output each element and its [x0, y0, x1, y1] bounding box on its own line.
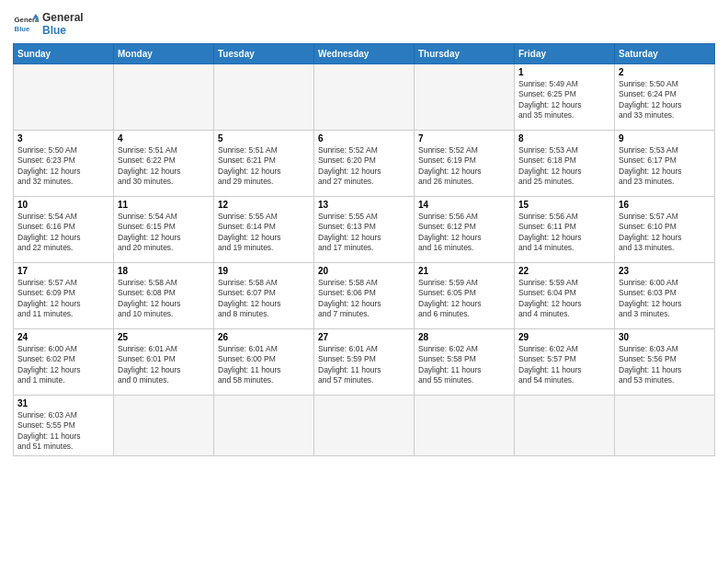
day-cell: [415, 63, 515, 130]
day-cell: 23Sunrise: 6:00 AM Sunset: 6:03 PM Dayli…: [615, 262, 715, 328]
day-cell: 10Sunrise: 5:54 AM Sunset: 6:16 PM Dayli…: [14, 196, 114, 262]
day-number: 4: [118, 133, 210, 144]
day-info: Sunrise: 5:58 AM Sunset: 6:08 PM Dayligh…: [118, 278, 210, 320]
day-cell: 1Sunrise: 5:49 AM Sunset: 6:25 PM Daylig…: [515, 63, 615, 130]
calendar-table: SundayMondayTuesdayWednesdayThursdayFrid…: [13, 43, 715, 456]
day-number: 2: [619, 67, 711, 77]
day-number: 5: [218, 133, 310, 144]
day-cell: [114, 395, 214, 455]
day-info: Sunrise: 6:03 AM Sunset: 5:56 PM Dayligh…: [619, 344, 711, 386]
day-info: Sunrise: 5:50 AM Sunset: 6:24 PM Dayligh…: [619, 79, 711, 121]
day-cell: 4Sunrise: 5:51 AM Sunset: 6:22 PM Daylig…: [114, 130, 214, 196]
day-number: 3: [17, 133, 109, 144]
day-cell: 27Sunrise: 6:01 AM Sunset: 5:59 PM Dayli…: [314, 328, 415, 395]
day-number: 16: [619, 200, 711, 210]
day-info: Sunrise: 6:00 AM Sunset: 6:03 PM Dayligh…: [619, 278, 711, 320]
day-cell: 24Sunrise: 6:00 AM Sunset: 6:02 PM Dayli…: [14, 328, 114, 395]
day-cell: 6Sunrise: 5:52 AM Sunset: 6:20 PM Daylig…: [314, 130, 415, 196]
day-cell: 8Sunrise: 5:53 AM Sunset: 6:18 PM Daylig…: [515, 130, 615, 196]
day-info: Sunrise: 6:00 AM Sunset: 6:02 PM Dayligh…: [17, 344, 109, 386]
day-number: 6: [318, 133, 410, 144]
day-info: Sunrise: 5:54 AM Sunset: 6:16 PM Dayligh…: [17, 212, 109, 254]
day-info: Sunrise: 5:58 AM Sunset: 6:07 PM Dayligh…: [218, 278, 310, 320]
day-cell: 11Sunrise: 5:54 AM Sunset: 6:15 PM Dayli…: [114, 196, 214, 262]
day-cell: 26Sunrise: 6:01 AM Sunset: 6:00 PM Dayli…: [214, 328, 314, 395]
day-info: Sunrise: 5:51 AM Sunset: 6:22 PM Dayligh…: [118, 145, 210, 188]
day-number: 27: [318, 332, 410, 342]
day-cell: 12Sunrise: 5:55 AM Sunset: 6:14 PM Dayli…: [214, 196, 314, 262]
week-row-3: 10Sunrise: 5:54 AM Sunset: 6:16 PM Dayli…: [14, 196, 715, 262]
day-number: 22: [518, 266, 610, 276]
day-cell: 18Sunrise: 5:58 AM Sunset: 6:08 PM Dayli…: [114, 262, 214, 328]
day-number: 7: [418, 133, 510, 144]
day-cell: [314, 63, 415, 130]
svg-text:Blue: Blue: [15, 25, 31, 33]
day-number: 9: [619, 133, 711, 144]
day-cell: 30Sunrise: 6:03 AM Sunset: 5:56 PM Dayli…: [615, 328, 715, 395]
week-row-4: 17Sunrise: 5:57 AM Sunset: 6:09 PM Dayli…: [14, 262, 715, 328]
day-info: Sunrise: 5:53 AM Sunset: 6:17 PM Dayligh…: [619, 145, 711, 188]
day-info: Sunrise: 6:01 AM Sunset: 6:00 PM Dayligh…: [218, 344, 310, 386]
header: General Blue General Blue: [13, 11, 715, 38]
weekday-wednesday: Wednesday: [314, 43, 415, 63]
day-cell: 7Sunrise: 5:52 AM Sunset: 6:19 PM Daylig…: [415, 130, 515, 196]
day-number: 1: [518, 67, 610, 77]
day-cell: 22Sunrise: 5:59 AM Sunset: 6:04 PM Dayli…: [515, 262, 615, 328]
day-info: Sunrise: 5:50 AM Sunset: 6:23 PM Dayligh…: [17, 145, 109, 188]
day-cell: 17Sunrise: 5:57 AM Sunset: 6:09 PM Dayli…: [14, 262, 114, 328]
day-cell: 3Sunrise: 5:50 AM Sunset: 6:23 PM Daylig…: [14, 130, 114, 196]
day-info: Sunrise: 5:59 AM Sunset: 6:04 PM Dayligh…: [518, 278, 610, 320]
day-info: Sunrise: 6:01 AM Sunset: 6:01 PM Dayligh…: [118, 344, 210, 386]
day-info: Sunrise: 5:55 AM Sunset: 6:13 PM Dayligh…: [318, 212, 410, 254]
day-number: 24: [17, 332, 109, 342]
day-cell: 25Sunrise: 6:01 AM Sunset: 6:01 PM Dayli…: [114, 328, 214, 395]
day-cell: 31Sunrise: 6:03 AM Sunset: 5:55 PM Dayli…: [14, 395, 114, 455]
day-number: 20: [318, 266, 410, 276]
day-number: 15: [518, 200, 610, 210]
day-number: 28: [418, 332, 510, 342]
day-cell: [415, 395, 515, 455]
day-cell: 20Sunrise: 5:58 AM Sunset: 6:06 PM Dayli…: [314, 262, 415, 328]
day-number: 26: [218, 332, 310, 342]
day-number: 25: [118, 332, 210, 342]
day-number: 19: [218, 266, 310, 276]
day-number: 21: [418, 266, 510, 276]
day-number: 8: [518, 133, 610, 144]
day-cell: [214, 395, 314, 455]
day-number: 18: [118, 266, 210, 276]
day-cell: 15Sunrise: 5:56 AM Sunset: 6:11 PM Dayli…: [515, 196, 615, 262]
day-info: Sunrise: 5:54 AM Sunset: 6:15 PM Dayligh…: [118, 212, 210, 254]
day-info: Sunrise: 5:52 AM Sunset: 6:20 PM Dayligh…: [318, 145, 410, 188]
day-cell: 19Sunrise: 5:58 AM Sunset: 6:07 PM Dayli…: [214, 262, 314, 328]
day-cell: 21Sunrise: 5:59 AM Sunset: 6:05 PM Dayli…: [415, 262, 515, 328]
weekday-friday: Friday: [515, 43, 615, 63]
week-row-5: 24Sunrise: 6:00 AM Sunset: 6:02 PM Dayli…: [14, 328, 715, 395]
day-number: 17: [17, 266, 109, 276]
day-info: Sunrise: 5:57 AM Sunset: 6:09 PM Dayligh…: [17, 278, 109, 320]
weekday-thursday: Thursday: [415, 43, 515, 63]
day-cell: 13Sunrise: 5:55 AM Sunset: 6:13 PM Dayli…: [314, 196, 415, 262]
day-number: 11: [118, 200, 210, 210]
day-info: Sunrise: 5:52 AM Sunset: 6:19 PM Dayligh…: [418, 145, 510, 188]
day-info: Sunrise: 5:59 AM Sunset: 6:05 PM Dayligh…: [418, 278, 510, 320]
calendar-page: General Blue General Blue SundayMondayTu…: [0, 0, 728, 563]
day-number: 23: [619, 266, 711, 276]
day-info: Sunrise: 6:02 AM Sunset: 5:57 PM Dayligh…: [518, 344, 610, 386]
day-info: Sunrise: 5:58 AM Sunset: 6:06 PM Dayligh…: [318, 278, 410, 320]
logo-general: General: [42, 11, 84, 24]
day-info: Sunrise: 5:49 AM Sunset: 6:25 PM Dayligh…: [518, 79, 610, 121]
weekday-saturday: Saturday: [615, 43, 715, 63]
week-row-2: 3Sunrise: 5:50 AM Sunset: 6:23 PM Daylig…: [14, 130, 715, 196]
day-cell: [615, 395, 715, 455]
day-info: Sunrise: 6:02 AM Sunset: 5:58 PM Dayligh…: [418, 344, 510, 386]
day-cell: [515, 395, 615, 455]
day-cell: [314, 395, 415, 455]
day-cell: 5Sunrise: 5:51 AM Sunset: 6:21 PM Daylig…: [214, 130, 314, 196]
day-cell: [14, 63, 114, 130]
day-cell: 29Sunrise: 6:02 AM Sunset: 5:57 PM Dayli…: [515, 328, 615, 395]
logo: General Blue General Blue: [13, 11, 84, 38]
weekday-sunday: Sunday: [14, 43, 114, 63]
day-number: 14: [418, 200, 510, 210]
day-cell: 16Sunrise: 5:57 AM Sunset: 6:10 PM Dayli…: [615, 196, 715, 262]
day-number: 31: [17, 398, 109, 408]
